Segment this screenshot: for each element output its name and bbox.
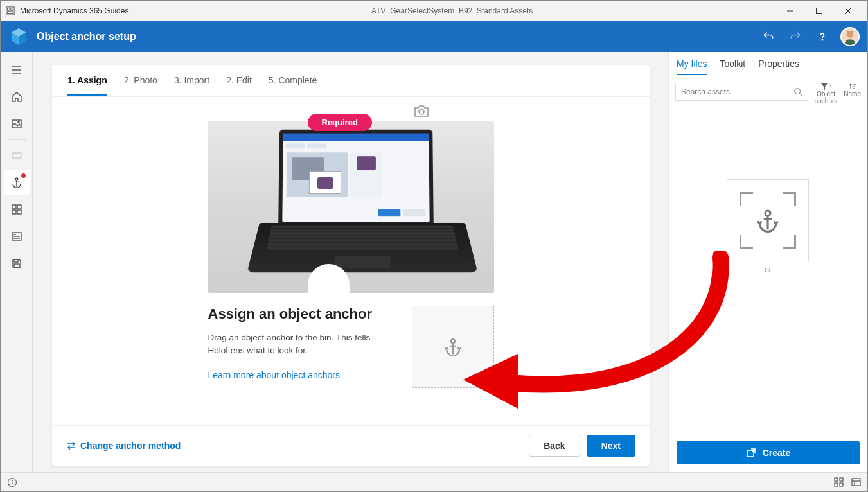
svg-point-11 <box>822 39 822 40</box>
back-button[interactable]: Back <box>529 435 580 457</box>
svg-point-17 <box>18 121 19 123</box>
grid-view-button[interactable] <box>834 477 844 487</box>
right-panel: My files Toolkit Properties › Object anc… <box>668 52 867 472</box>
svg-rect-51 <box>840 478 843 481</box>
svg-rect-31 <box>14 264 19 267</box>
anchor-icon <box>756 208 780 233</box>
asset-thumbnail <box>727 179 809 261</box>
user-avatar[interactable] <box>840 27 860 46</box>
rp-tab-myfiles[interactable]: My files <box>677 58 707 75</box>
next-button[interactable]: Next <box>587 435 635 457</box>
maximize-button[interactable] <box>804 1 833 21</box>
wizard-tab-edit[interactable]: 2. Edit <box>226 75 252 96</box>
undo-button[interactable] <box>759 28 777 46</box>
rail-apps-button[interactable] <box>4 197 30 222</box>
svg-rect-24 <box>12 210 16 214</box>
wizard-description: Drag an object anchor to the bin. This t… <box>208 331 380 356</box>
svg-rect-18 <box>12 153 21 158</box>
change-anchor-method-link[interactable]: Change anchor method <box>66 441 181 451</box>
right-panel-tabs: My files Toolkit Properties <box>669 52 867 75</box>
wizard-tab-import[interactable]: 3. Import <box>174 75 209 96</box>
illustration-image <box>208 121 494 293</box>
svg-rect-30 <box>14 259 18 262</box>
filter-object-anchors-button[interactable]: › Object anchors <box>815 83 838 105</box>
search-input[interactable] <box>681 87 793 96</box>
svg-rect-50 <box>835 478 838 481</box>
left-nav-rail <box>1 52 33 472</box>
svg-point-42 <box>765 211 770 216</box>
svg-rect-5 <box>816 8 822 14</box>
change-anchor-method-label: Change anchor method <box>80 441 181 451</box>
rp-tab-properties[interactable]: Properties <box>758 58 799 75</box>
rp-tab-toolkit[interactable]: Toolkit <box>720 58 745 75</box>
rail-home-button[interactable] <box>4 84 30 110</box>
notification-dot-icon <box>21 173 26 178</box>
main-content: 1. Assign 2. Photo 3. Import 2. Edit 5. … <box>33 52 668 472</box>
create-button-label: Create <box>763 448 791 458</box>
wizard-tab-complete[interactable]: 5. Complete <box>269 75 317 96</box>
svg-point-49 <box>12 480 12 480</box>
svg-rect-22 <box>12 205 16 209</box>
svg-point-32 <box>419 109 424 114</box>
search-icon <box>793 87 802 96</box>
minimize-button[interactable] <box>775 1 804 21</box>
redo-button[interactable] <box>786 28 804 46</box>
page-title: Object anchor setup <box>37 31 752 42</box>
create-button[interactable]: Create <box>677 441 860 464</box>
svg-rect-54 <box>852 479 860 486</box>
svg-line-37 <box>799 94 802 96</box>
wizard-tab-assign[interactable]: 1. Assign <box>67 75 107 96</box>
wizard-tab-photo[interactable]: 2. Photo <box>124 75 157 96</box>
detail-view-button[interactable] <box>851 477 861 487</box>
svg-rect-53 <box>840 483 843 486</box>
svg-point-33 <box>450 339 454 343</box>
wizard-heading: Assign an object anchor <box>208 306 380 322</box>
asset-label: st <box>727 265 810 274</box>
rail-anchor-button[interactable] <box>4 170 30 195</box>
search-assets-field[interactable] <box>675 83 808 101</box>
rail-card-button[interactable] <box>4 143 30 168</box>
svg-point-19 <box>15 178 18 180</box>
svg-rect-52 <box>835 483 838 486</box>
sort-name-button[interactable]: Name <box>844 83 861 98</box>
document-name: ATV_GearSelectSystem_B92_Standard Assets <box>128 6 775 15</box>
create-icon <box>746 448 756 458</box>
learn-more-link[interactable]: Learn more about object anchors <box>208 370 340 380</box>
svg-rect-1 <box>8 8 10 11</box>
wizard-card: 1. Assign 2. Photo 3. Import 2. Edit 5. … <box>52 65 650 466</box>
required-badge: Required <box>308 114 372 131</box>
help-button[interactable] <box>813 28 831 46</box>
wizard-tabs: 1. Assign 2. Photo 3. Import 2. Edit 5. … <box>52 65 650 97</box>
svg-rect-3 <box>8 12 13 14</box>
asset-tile[interactable]: st <box>727 179 810 434</box>
svg-rect-2 <box>11 8 13 11</box>
sort-icon <box>849 83 856 91</box>
rail-form-button[interactable] <box>4 224 30 249</box>
svg-point-36 <box>794 89 800 94</box>
app-grid-icon <box>6 6 15 15</box>
rail-image-button[interactable] <box>4 111 30 137</box>
rail-menu-button[interactable] <box>4 57 30 83</box>
app-logo-icon <box>8 26 29 47</box>
svg-point-12 <box>847 31 853 37</box>
filter-icon <box>820 83 828 91</box>
app-name: Microsoft Dynamics 365 Guides <box>20 6 128 15</box>
svg-rect-25 <box>17 210 21 214</box>
camera-icon <box>414 105 429 118</box>
header-bar: Object anchor setup <box>1 21 867 52</box>
close-button[interactable] <box>833 1 862 21</box>
svg-rect-23 <box>17 205 21 209</box>
info-button[interactable] <box>7 477 17 488</box>
rail-save-button[interactable] <box>4 250 30 276</box>
status-bar <box>1 472 867 491</box>
swap-icon <box>66 441 76 451</box>
anchor-drop-bin[interactable] <box>412 306 494 388</box>
title-bar: Microsoft Dynamics 365 Guides ATV_GearSe… <box>1 1 867 21</box>
